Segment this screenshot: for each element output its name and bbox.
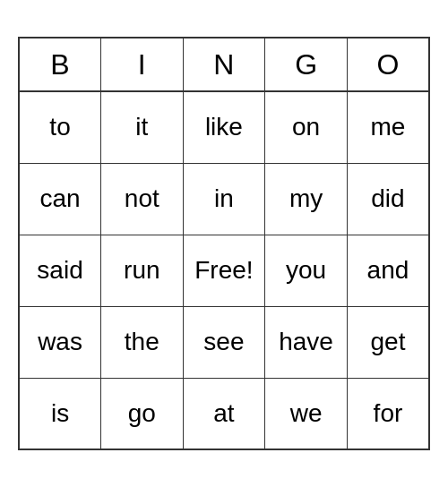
bingo-cell-1-4: did (347, 163, 429, 235)
bingo-cell-2-3: you (265, 235, 348, 306)
bingo-cell-3-4: get (347, 306, 429, 378)
header-col-o: O (347, 38, 429, 91)
bingo-cell-0-4: me (347, 91, 429, 163)
bingo-cell-0-1: it (101, 91, 183, 163)
bingo-cell-4-3: we (265, 378, 348, 449)
bingo-cell-2-0: said (19, 235, 101, 306)
bingo-cell-3-1: the (101, 306, 183, 378)
bingo-cell-4-1: go (101, 378, 183, 449)
bingo-row-2: saidrunFree!youand (19, 235, 429, 306)
bingo-cell-0-2: like (183, 91, 265, 163)
bingo-cell-1-2: in (183, 163, 265, 235)
bingo-row-0: toitlikeonme (19, 91, 429, 163)
bingo-row-1: cannotinmydid (19, 163, 429, 235)
bingo-cell-2-4: and (347, 235, 429, 306)
bingo-cell-4-4: for (347, 378, 429, 449)
bingo-row-4: isgoatwefor (19, 378, 429, 449)
bingo-cell-0-0: to (19, 91, 101, 163)
header-col-n: N (183, 38, 265, 91)
bingo-cell-3-0: was (19, 306, 101, 378)
bingo-cell-1-0: can (19, 163, 101, 235)
bingo-header: BINGO (19, 38, 429, 91)
header-col-i: I (101, 38, 183, 91)
bingo-cell-3-3: have (265, 306, 348, 378)
bingo-cell-3-2: see (183, 306, 265, 378)
header-col-b: B (19, 38, 101, 91)
bingo-cell-4-2: at (183, 378, 265, 449)
bingo-body: toitlikeonmecannotinmydidsaidrunFree!you… (19, 91, 429, 449)
bingo-card: BINGO toitlikeonmecannotinmydidsaidrunFr… (18, 37, 430, 450)
bingo-cell-2-2: Free! (183, 235, 265, 306)
bingo-cell-1-1: not (101, 163, 183, 235)
bingo-cell-2-1: run (101, 235, 183, 306)
bingo-cell-0-3: on (265, 91, 348, 163)
bingo-cell-1-3: my (265, 163, 348, 235)
header-row: BINGO (19, 38, 429, 91)
bingo-cell-4-0: is (19, 378, 101, 449)
header-col-g: G (265, 38, 348, 91)
bingo-row-3: wastheseehaveget (19, 306, 429, 378)
